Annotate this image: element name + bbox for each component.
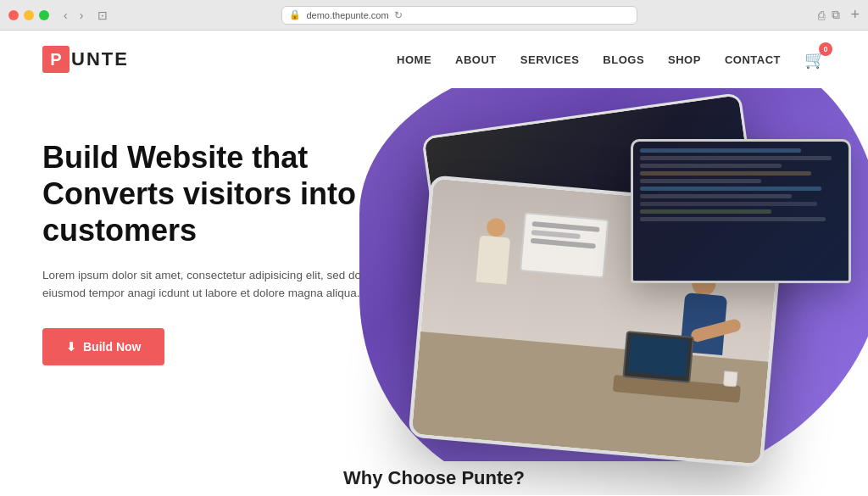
nav-buttons: ‹ › bbox=[59, 7, 87, 24]
forward-button[interactable]: › bbox=[75, 7, 88, 24]
nav-about[interactable]: ABOUT bbox=[455, 53, 497, 66]
wb-line3 bbox=[531, 238, 596, 249]
lc-line-4 bbox=[640, 171, 811, 176]
wb-line2 bbox=[531, 230, 581, 239]
code-line-2 bbox=[590, 177, 591, 182]
reload-button[interactable]: ↻ bbox=[394, 9, 403, 21]
hero-title: Build Website that Converts visitors int… bbox=[42, 139, 398, 249]
download-icon: ⬇ bbox=[66, 340, 76, 354]
nav-contact[interactable]: CONTACT bbox=[725, 53, 781, 66]
build-now-label: Build Now bbox=[83, 340, 141, 354]
whiteboard bbox=[520, 212, 609, 278]
lc-line-9 bbox=[640, 209, 771, 214]
code-line-1 bbox=[588, 168, 589, 173]
nav-shop[interactable]: SHOP bbox=[668, 53, 701, 66]
minimize-button[interactable] bbox=[24, 10, 34, 20]
logo-icon: P bbox=[42, 46, 70, 73]
lc-line-1 bbox=[640, 148, 801, 153]
hero-content: Build Website that Converts visitors int… bbox=[42, 139, 398, 365]
hero-description: Lorem ipsum dolor sit amet, consectetur … bbox=[42, 266, 398, 303]
lc-line-8 bbox=[640, 202, 817, 206]
browser-actions: ⎙ ⧉ bbox=[818, 8, 840, 22]
why-choose-title: Why Choose Punte? bbox=[343, 467, 525, 489]
close-button[interactable] bbox=[8, 10, 19, 20]
nav-blogs[interactable]: BLOGS bbox=[603, 53, 644, 66]
new-tab-button[interactable]: + bbox=[850, 6, 860, 24]
url-text: demo.thepunte.com bbox=[306, 10, 388, 20]
cart-area[interactable]: 🛒 0 bbox=[804, 49, 826, 70]
coffee-cup bbox=[723, 371, 738, 387]
logo[interactable]: P UNTE bbox=[42, 46, 129, 73]
lc-line-7 bbox=[640, 194, 792, 198]
address-bar[interactable]: 🔒 demo.thepunte.com ↻ bbox=[281, 6, 637, 25]
cart-badge: 0 bbox=[819, 42, 832, 56]
laptop-screen bbox=[633, 142, 849, 281]
main-nav: HOME ABOUT SERVICES BLOGS SHOP CONTACT 🛒… bbox=[397, 49, 826, 70]
back-button[interactable]: ‹ bbox=[59, 7, 72, 24]
lc-line-6 bbox=[640, 187, 821, 191]
browser-chrome: ‹ › ⊡ 🔒 demo.thepunte.com ↻ ⎙ ⧉ + bbox=[0, 0, 868, 31]
lc-line-3 bbox=[640, 164, 782, 168]
logo-text: UNTE bbox=[71, 48, 129, 70]
nav-services[interactable]: SERVICES bbox=[520, 53, 580, 66]
tabs-button[interactable]: ⧉ bbox=[832, 8, 840, 22]
nav-home[interactable]: HOME bbox=[397, 53, 431, 66]
lock-icon: 🔒 bbox=[289, 9, 301, 20]
background-person bbox=[476, 217, 513, 285]
hero-section: Build Website that Converts visitors int… bbox=[0, 88, 868, 495]
monitor-screen bbox=[628, 336, 689, 377]
laptop-code-editor bbox=[633, 142, 849, 231]
lc-line-2 bbox=[640, 156, 832, 160]
monitor bbox=[622, 331, 693, 383]
website-content: P UNTE HOME ABOUT SERVICES BLOGS SHOP CO… bbox=[0, 31, 868, 496]
build-now-button[interactable]: ⬇ Build Now bbox=[42, 328, 164, 365]
lc-line-10 bbox=[640, 217, 826, 221]
traffic-lights bbox=[8, 10, 49, 20]
lc-line-5 bbox=[640, 179, 761, 183]
share-button[interactable]: ⎙ bbox=[818, 8, 825, 22]
person-working bbox=[609, 257, 760, 437]
device-mockups bbox=[419, 105, 843, 461]
laptop-device bbox=[631, 139, 851, 283]
window-mode-button[interactable]: ⊡ bbox=[97, 8, 108, 22]
why-choose-section: Why Choose Punte? bbox=[0, 461, 868, 495]
maximize-button[interactable] bbox=[39, 10, 49, 20]
bg-person-body bbox=[476, 236, 511, 285]
bg-person-head bbox=[486, 217, 506, 237]
site-header: P UNTE HOME ABOUT SERVICES BLOGS SHOP CO… bbox=[0, 31, 868, 88]
